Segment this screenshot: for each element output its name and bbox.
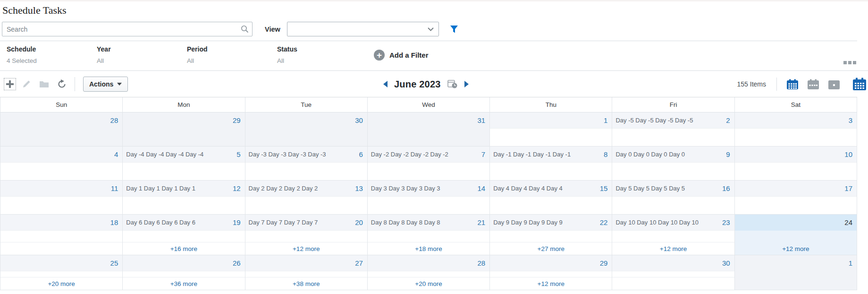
event-label[interactable]: Day 1 Day 1 Day 1 Day 1 xyxy=(126,185,230,192)
date-number[interactable]: 11 xyxy=(111,184,118,192)
calendar-day-cell[interactable]: 25+20 more xyxy=(0,255,123,290)
date-number[interactable]: 26 xyxy=(233,259,241,267)
more-events-link[interactable]: +18 more xyxy=(415,245,442,252)
date-number[interactable]: 5 xyxy=(236,150,240,158)
calendar-day-cell[interactable]: 24+12 more xyxy=(735,215,857,255)
event-label[interactable]: Day 8 Day 8 Day 8 Day 8 xyxy=(371,219,475,226)
date-number[interactable]: 22 xyxy=(600,218,608,226)
next-month-icon[interactable] xyxy=(464,81,469,87)
event-label[interactable]: Day 6 Day 6 Day 6 Day 6 xyxy=(126,219,230,226)
date-number[interactable]: 27 xyxy=(355,259,363,267)
date-number[interactable]: 18 xyxy=(110,218,118,226)
calendar-day-cell[interactable]: 28+20 more xyxy=(368,255,490,290)
calendar-day-cell[interactable]: Day -1 Day -1 Day -1 Day -18 xyxy=(490,147,612,180)
date-number[interactable]: 29 xyxy=(600,259,608,267)
date-number[interactable]: 4 xyxy=(114,150,118,158)
date-number[interactable]: 21 xyxy=(477,218,485,226)
event-label[interactable]: Day 7 Day 7 Day 7 Day 7 xyxy=(249,219,353,226)
event-label[interactable]: Day -2 Day -2 Day -2 Day -2 xyxy=(371,151,479,158)
week-view-icon[interactable] xyxy=(807,79,819,90)
date-number[interactable]: 24 xyxy=(844,218,852,226)
calendar-day-cell[interactable]: Day 2 Day 2 Day 2 Day 213 xyxy=(245,181,368,214)
date-number[interactable]: 12 xyxy=(233,184,241,192)
calendar-day-cell[interactable]: Day 7 Day 7 Day 7 Day 720+12 more xyxy=(245,215,368,255)
date-number[interactable]: 16 xyxy=(722,184,730,192)
calendar-day-cell[interactable]: Day 4 Day 4 Day 4 Day 415 xyxy=(490,181,612,214)
calendar-day-cell[interactable]: Day 9 Day 9 Day 9 Day 922+27 more xyxy=(490,215,612,255)
actions-button[interactable]: Actions xyxy=(83,77,128,92)
date-number[interactable]: 8 xyxy=(604,150,607,158)
more-events-link[interactable]: +38 more xyxy=(293,280,320,287)
event-label[interactable]: Day 10 Day 10 Day 10 Day 10 xyxy=(615,219,719,226)
more-events-link[interactable]: +36 more xyxy=(170,280,197,287)
calendar-day-cell[interactable]: 3 xyxy=(735,112,857,146)
date-number[interactable]: 28 xyxy=(477,259,485,267)
date-number[interactable]: 28 xyxy=(110,116,118,124)
event-label[interactable]: Day -5 Day -5 Day -5 Day -5 xyxy=(615,117,723,124)
edit-pencil-icon[interactable] xyxy=(22,79,31,88)
calendar-day-cell[interactable]: 26+36 more xyxy=(123,255,245,290)
more-events-link[interactable]: +16 more xyxy=(170,245,197,252)
search-icon[interactable] xyxy=(241,25,249,33)
calendar-day-cell[interactable]: 29 xyxy=(123,112,245,146)
more-events-link[interactable]: +12 more xyxy=(538,280,565,287)
date-number[interactable]: 1 xyxy=(849,259,852,267)
date-number[interactable]: 25 xyxy=(110,259,118,267)
calendar-day-cell[interactable]: Day 1 Day 1 Day 1 Day 112 xyxy=(123,181,245,214)
date-number[interactable]: 7 xyxy=(481,150,485,158)
date-number[interactable]: 30 xyxy=(355,116,363,124)
date-number[interactable]: 9 xyxy=(726,150,730,158)
event-label[interactable]: Day -3 Day -3 Day -3 Day -3 xyxy=(249,151,356,158)
calendar-day-cell[interactable]: Day -2 Day -2 Day -2 Day -27 xyxy=(368,147,490,180)
more-events-link[interactable]: +12 more xyxy=(782,245,809,252)
calendar-day-cell[interactable]: 27+38 more xyxy=(245,255,368,290)
calendar-day-cell[interactable]: 1 xyxy=(735,255,857,290)
event-label[interactable]: Day 9 Day 9 Day 9 Day 9 xyxy=(493,219,597,226)
refresh-icon[interactable] xyxy=(57,79,67,89)
date-number[interactable]: 30 xyxy=(722,259,730,267)
filter-field-year[interactable]: Year All xyxy=(97,45,187,64)
more-events-link[interactable]: +20 more xyxy=(415,280,442,287)
calendar-day-cell[interactable]: Day 10 Day 10 Day 10 Day 1023+12 more xyxy=(612,215,734,255)
event-label[interactable]: Day 3 Day 3 Day 3 Day 3 xyxy=(371,185,475,192)
more-events-link[interactable]: +12 more xyxy=(293,245,320,252)
day-view-icon[interactable] xyxy=(828,79,840,90)
date-number[interactable]: 23 xyxy=(722,218,730,226)
date-picker-icon[interactable] xyxy=(447,79,458,89)
date-number[interactable]: 2 xyxy=(726,116,730,124)
calendar-day-cell[interactable]: Day -5 Day -5 Day -5 Day -52 xyxy=(612,112,734,146)
date-number[interactable]: 1 xyxy=(604,116,607,124)
filter-field-schedule[interactable]: Schedule 4 Selected xyxy=(7,45,97,64)
event-label[interactable]: Day 4 Day 4 Day 4 Day 4 xyxy=(493,185,597,192)
event-label[interactable]: Day 5 Day 5 Day 5 Day 5 xyxy=(615,185,719,192)
calendar-day-cell[interactable]: 17 xyxy=(735,181,857,214)
event-label[interactable]: Day -1 Day -1 Day -1 Day -1 xyxy=(493,151,601,158)
view-select[interactable] xyxy=(287,22,439,36)
add-filter-button[interactable]: + Add a Filter xyxy=(374,50,429,61)
date-number[interactable]: 17 xyxy=(844,184,852,192)
calendar-day-cell[interactable]: Day 5 Day 5 Day 5 Day 516 xyxy=(612,181,734,214)
filter-funnel-icon[interactable] xyxy=(449,25,459,34)
date-number[interactable]: 14 xyxy=(477,184,485,192)
calendar-day-cell[interactable]: 30 xyxy=(245,112,368,146)
calendar-day-cell[interactable]: Day -4 Day -4 Day -4 Day -45 xyxy=(123,147,245,180)
calendar-day-cell[interactable]: Day -3 Day -3 Day -3 Day -36 xyxy=(245,147,368,180)
calendar-day-cell[interactable]: 28 xyxy=(0,112,123,146)
calendar-day-cell[interactable]: 30 xyxy=(612,255,734,290)
calendar-day-cell[interactable]: Day 8 Day 8 Day 8 Day 821+18 more xyxy=(368,215,490,255)
calendar-day-cell[interactable]: 1 xyxy=(490,112,612,146)
event-label[interactable]: Day 2 Day 2 Day 2 Day 2 xyxy=(249,185,353,192)
overflow-menu-icon[interactable] xyxy=(843,61,856,64)
date-number[interactable]: 13 xyxy=(355,184,363,192)
search-input[interactable] xyxy=(2,22,253,36)
date-number[interactable]: 29 xyxy=(233,116,241,124)
filter-field-period[interactable]: Period All xyxy=(187,45,277,64)
add-icon[interactable] xyxy=(6,80,14,88)
calendar-day-cell[interactable]: Day 3 Day 3 Day 3 Day 314 xyxy=(368,181,490,214)
calendar-day-cell[interactable]: Day 6 Day 6 Day 6 Day 619+16 more xyxy=(123,215,245,255)
filter-field-status[interactable]: Status All xyxy=(277,45,367,64)
date-number[interactable]: 19 xyxy=(233,218,241,226)
event-label[interactable]: Day -4 Day -4 Day -4 Day -4 xyxy=(126,151,234,158)
calendar-day-cell[interactable]: 18 xyxy=(0,215,123,255)
calendar-day-cell[interactable]: 31 xyxy=(368,112,490,146)
